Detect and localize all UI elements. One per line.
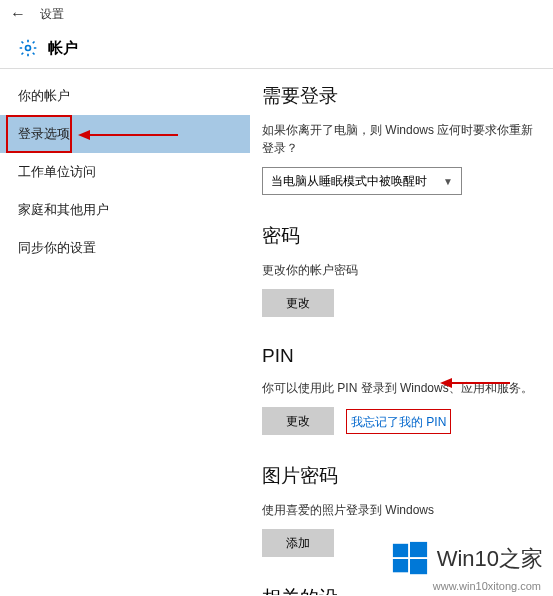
section-title-picture: 图片密码 — [262, 463, 541, 489]
sidebar-item-sync-settings[interactable]: 同步你的设置 — [0, 229, 250, 267]
sidebar-item-label: 登录选项 — [18, 125, 70, 143]
watermark-text: Win10之家 — [437, 544, 543, 574]
picture-add-button[interactable]: 添加 — [262, 529, 334, 557]
svg-rect-7 — [393, 559, 408, 572]
svg-rect-5 — [393, 544, 408, 557]
gear-icon — [18, 38, 38, 58]
app-name: 设置 — [40, 6, 64, 23]
sidebar: 你的帐户 登录选项 工作单位访问 家庭和其他用户 同步你的设置 — [0, 69, 250, 595]
sidebar-item-label: 你的帐户 — [18, 87, 70, 105]
svg-rect-8 — [410, 559, 427, 574]
sidebar-item-work-access[interactable]: 工作单位访问 — [0, 153, 250, 191]
sidebar-item-signin-options[interactable]: 登录选项 — [0, 115, 250, 153]
picture-desc: 使用喜爱的照片登录到 Windows — [262, 501, 541, 519]
section-title-require-signin: 需要登录 — [262, 83, 541, 109]
page-title: 帐户 — [48, 39, 78, 58]
annotation-box-pin: 我忘记了我的 PIN — [346, 409, 451, 434]
section-require-signin: 需要登录 如果你离开了电脑，则 Windows 应何时要求你重新登录？ 当电脑从… — [262, 83, 541, 195]
pin-desc: 你可以使用此 PIN 登录到 Windows、应用和服务。 — [262, 379, 541, 397]
sidebar-item-label: 同步你的设置 — [18, 239, 96, 257]
windows-logo-icon — [391, 540, 429, 578]
main-content: 需要登录 如果你离开了电脑，则 Windows 应何时要求你重新登录？ 当电脑从… — [250, 69, 553, 595]
password-change-button[interactable]: 更改 — [262, 289, 334, 317]
require-signin-desc: 如果你离开了电脑，则 Windows 应何时要求你重新登录？ — [262, 121, 541, 157]
sidebar-item-label: 工作单位访问 — [18, 163, 96, 181]
back-arrow-icon[interactable]: ← — [10, 5, 26, 23]
svg-rect-6 — [410, 542, 427, 557]
pin-change-button[interactable]: 更改 — [262, 407, 334, 435]
sidebar-item-family-users[interactable]: 家庭和其他用户 — [0, 191, 250, 229]
require-signin-dropdown[interactable]: 当电脑从睡眠模式中被唤醒时 ▼ — [262, 167, 462, 195]
svg-point-0 — [26, 46, 31, 51]
page-header: 帐户 — [0, 28, 553, 68]
dropdown-value: 当电脑从睡眠模式中被唤醒时 — [271, 173, 427, 190]
watermark-url: www.win10xitong.com — [433, 580, 541, 592]
chevron-down-icon: ▼ — [443, 176, 453, 187]
sidebar-item-your-account[interactable]: 你的帐户 — [0, 77, 250, 115]
pin-forgot-link[interactable]: 我忘记了我的 PIN — [351, 415, 446, 429]
section-title-password: 密码 — [262, 223, 541, 249]
password-desc: 更改你的帐户密码 — [262, 261, 541, 279]
sidebar-item-label: 家庭和其他用户 — [18, 201, 109, 219]
section-password: 密码 更改你的帐户密码 更改 — [262, 223, 541, 317]
section-title-pin: PIN — [262, 345, 541, 367]
watermark: Win10之家 — [391, 540, 543, 578]
section-pin: PIN 你可以使用此 PIN 登录到 Windows、应用和服务。 更改 我忘记… — [262, 345, 541, 435]
window-titlebar: ← 设置 — [0, 0, 553, 28]
